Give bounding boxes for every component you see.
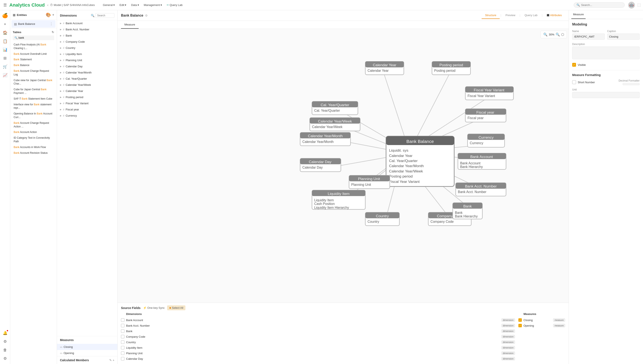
network-icon[interactable]: ⬡ bbox=[561, 32, 564, 36]
entity-item-more-icon[interactable]: ⋮ bbox=[50, 22, 53, 26]
entity-add-icon[interactable]: + bbox=[52, 13, 54, 17]
list-item[interactable]: Bank Account Overdraft Limit bbox=[13, 51, 54, 57]
global-search[interactable]: 🔍 bbox=[574, 2, 625, 8]
dim-calendar-year-month[interactable]: ▶#Calendar Year/Month bbox=[57, 70, 117, 76]
dim-bank[interactable]: ▶#Bank bbox=[57, 32, 117, 39]
dim-currency[interactable]: ▶#Currency bbox=[57, 112, 117, 119]
visible-checkbox[interactable]: ✓ bbox=[572, 63, 576, 67]
sidebar-charts-icon[interactable]: 📊 bbox=[1, 46, 9, 54]
list-item[interactable]: Bank Statement bbox=[13, 57, 54, 62]
caption-value: Closing bbox=[607, 34, 640, 40]
sidebar-entities-icon[interactable]: 🏠 bbox=[1, 29, 9, 36]
sidebar-filter-icon[interactable]: ⚙ bbox=[1, 338, 9, 345]
dim-bank-account[interactable]: ▶#Bank Account bbox=[57, 20, 117, 26]
zoom-in-icon[interactable]: 🔍 bbox=[556, 32, 560, 36]
right-panel-tabs: Measure bbox=[569, 10, 643, 19]
list-item[interactable]: Opening Balance In Bank Account Curr... bbox=[13, 111, 54, 120]
dim-cal-year-quarter[interactable]: ▶#Cal. Year/Quarter bbox=[57, 76, 117, 82]
sidebar-trend-icon[interactable]: 📈 bbox=[1, 71, 9, 79]
dim-liquidity-item[interactable]: ▶#Liquidity Item bbox=[57, 51, 117, 57]
sidebar-cart-icon[interactable]: 🛒 bbox=[1, 63, 9, 70]
calc-edit-icon[interactable]: ✎ bbox=[109, 358, 112, 362]
search-input[interactable] bbox=[581, 4, 622, 6]
dim-checkbox-6[interactable] bbox=[121, 346, 124, 349]
dim-company-code[interactable]: ▶#Company Code bbox=[57, 39, 117, 45]
nav-back-icon[interactable]: ‹ bbox=[47, 3, 48, 7]
nav-querylab[interactable]: ✏ Query Lab bbox=[165, 2, 185, 8]
sidebar-grid-icon[interactable]: ⊞ bbox=[1, 54, 9, 62]
list-item[interactable]: Bank Balance bbox=[13, 62, 54, 68]
dimension-search-icon[interactable]: 🔍 bbox=[91, 14, 94, 17]
list-item[interactable]: Cube for Japan Central Bank Payment ... bbox=[13, 87, 54, 96]
decimal-value[interactable] bbox=[622, 83, 639, 85]
mea-checkbox-1[interactable]: ✓ bbox=[518, 318, 522, 322]
nav-management[interactable]: Management ▾ bbox=[142, 2, 164, 8]
expand-icon[interactable]: ⛶ bbox=[637, 4, 640, 7]
list-item[interactable]: Cash Flow Analysis (At Bank Clearing L..… bbox=[13, 42, 54, 51]
description-input[interactable] bbox=[572, 46, 639, 59]
dim-calendar-year[interactable]: ▶#Calendar Year bbox=[57, 88, 117, 94]
dim-bank-acct-number[interactable]: ▶#Bank Acct. Number bbox=[57, 26, 117, 32]
right-tab-measure[interactable]: Measure bbox=[571, 10, 586, 19]
nav-data[interactable]: Data ▾ bbox=[129, 2, 141, 8]
dim-checkbox-5[interactable] bbox=[121, 340, 124, 344]
sync-button[interactable]: ⚡ One-key Sync bbox=[143, 306, 165, 310]
sidebar-add-icon[interactable]: + bbox=[1, 20, 9, 28]
sidebar-home-icon[interactable]: 🍊 bbox=[1, 12, 9, 20]
tables-search-input[interactable] bbox=[19, 36, 53, 39]
dim-fiscal-year[interactable]: ▶#Fiscal year bbox=[57, 106, 117, 112]
sidebar-settings-icon[interactable]: ⚙ bbox=[1, 355, 9, 362]
tables-search[interactable]: 🔍 bbox=[13, 36, 54, 40]
select-all-button[interactable]: ■ Select All bbox=[167, 306, 185, 310]
refresh-icon[interactable]: ↻ bbox=[52, 30, 54, 34]
sidebar-trash-icon[interactable]: 🗑 bbox=[1, 346, 9, 354]
zoom-out-icon[interactable]: 🔍 bbox=[543, 32, 548, 36]
short-number-checkbox[interactable] bbox=[572, 80, 576, 84]
list-item[interactable]: Bank Account Change Request Log bbox=[13, 68, 54, 78]
list-item[interactable]: Interface view for Bank statement repr..… bbox=[13, 102, 54, 111]
dim-calendar-day[interactable]: ▶#Calendar Day bbox=[57, 63, 117, 70]
tab-structure[interactable]: Structure bbox=[482, 12, 500, 19]
list-item[interactable]: Bank Account Change Request Action ... bbox=[13, 120, 54, 130]
list-item[interactable]: ID Category Text in Connectivity Path bbox=[13, 135, 54, 144]
search-icon: 🔍 bbox=[576, 4, 580, 6]
tab-attributes[interactable]: ⬛Attributes bbox=[543, 12, 565, 19]
calc-add-icon[interactable]: + bbox=[113, 358, 114, 362]
dim-calendar-year-week[interactable]: ▶#Calendar Year/Week bbox=[57, 82, 117, 88]
hamburger-icon[interactable]: ☰ bbox=[3, 2, 8, 8]
sidebar-datasets-icon[interactable]: 📋 bbox=[1, 38, 9, 45]
nav-menu: General ▾ Edit ▾ Data ▾ Management ▾ ✏ Q… bbox=[101, 2, 185, 8]
dimension-search-input[interactable] bbox=[95, 13, 114, 18]
unit-input[interactable] bbox=[572, 92, 639, 98]
measure-opening[interactable]: ▭ Opening bbox=[57, 350, 117, 356]
list-item[interactable]: SAF-T Bank Statement Item Cube bbox=[13, 96, 54, 102]
decimal-label: Decimal Formatter bbox=[618, 79, 639, 82]
list-item[interactable]: Bank Accounts in Work Flow bbox=[13, 144, 54, 150]
dim-checkbox-3[interactable] bbox=[121, 330, 124, 333]
dim-checkbox-8[interactable] bbox=[121, 357, 124, 360]
measure-closing[interactable]: ▭ Closing bbox=[57, 344, 117, 350]
list-item[interactable]: Cube view for Japan Central Bank Char... bbox=[13, 78, 54, 87]
dim-country[interactable]: ▶#Country bbox=[57, 45, 117, 51]
graph-settings-icon[interactable]: ⚙ bbox=[145, 14, 148, 17]
entity-item-bank-balance[interactable]: ▤ Bank Balance ⋮ bbox=[12, 20, 56, 28]
dim-planning-unit[interactable]: ▶#Planning Unit bbox=[57, 57, 117, 63]
list-item[interactable]: Bank Account Action bbox=[13, 129, 54, 135]
avatar[interactable]: 🤖 bbox=[628, 2, 635, 8]
tab-preview[interactable]: Preview bbox=[502, 12, 519, 19]
sidebar-notification-icon[interactable]: 🔔 bbox=[1, 329, 9, 337]
dim-checkbox-1[interactable] bbox=[121, 318, 124, 322]
tab-query-lab[interactable]: Query Lab bbox=[521, 12, 541, 19]
mea-checkbox-2[interactable]: ✓ bbox=[518, 324, 522, 327]
subtab-measure[interactable]: Measure bbox=[121, 21, 139, 29]
nav-edit[interactable]: Edit ▾ bbox=[117, 2, 128, 8]
decimal-group: Decimal Formatter bbox=[618, 79, 639, 85]
dim-checkbox-7[interactable] bbox=[121, 352, 124, 355]
nav-general[interactable]: General ▾ bbox=[101, 2, 117, 8]
dim-checkbox-4[interactable] bbox=[121, 335, 124, 338]
dim-posting-period[interactable]: ▶#Posting period bbox=[57, 94, 117, 100]
dim-fiscal-year-variant[interactable]: ▶#Fiscal Year Variant bbox=[57, 100, 117, 106]
name-label: Name bbox=[572, 30, 605, 33]
dim-checkbox-2[interactable] bbox=[121, 324, 124, 327]
list-item[interactable]: Bank Account Revision Status bbox=[13, 150, 54, 156]
